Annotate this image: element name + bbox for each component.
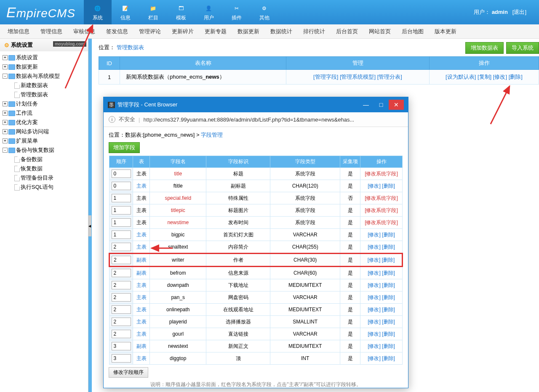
modify-link[interactable]: [修改]: [368, 307, 381, 313]
order-input[interactable]: [112, 330, 131, 338]
modify-link[interactable]: [修改]: [368, 257, 381, 263]
order-input[interactable]: [112, 206, 131, 215]
modify-link[interactable]: [修改]: [368, 294, 381, 300]
modify-sys-link[interactable]: [修改系统字段]: [365, 195, 398, 201]
order-input[interactable]: [112, 218, 131, 227]
delete-link[interactable]: [删除]: [382, 294, 395, 300]
delete-link[interactable]: [删除]: [382, 282, 395, 288]
sidebar-collapse-handle[interactable]: ◀: [88, 215, 91, 236]
sidebar-item[interactable]: +网站多访问端: [0, 127, 88, 136]
table-toggle-link[interactable]: 副表: [136, 270, 147, 276]
toggle-icon[interactable]: +: [3, 64, 8, 69]
sidebar-item[interactable]: 新建数据表: [0, 81, 88, 90]
nav-folder[interactable]: 📁栏目: [139, 0, 167, 24]
minimize-icon[interactable]: —: [358, 100, 374, 110]
op-link[interactable]: [设为默认表]: [446, 74, 476, 80]
sidebar-item[interactable]: 恢复数据: [0, 164, 88, 173]
modify-link[interactable]: [修改]: [368, 282, 381, 288]
sidebar-item[interactable]: 管理备份目录: [0, 173, 88, 183]
subnav-item[interactable]: 后台地图: [398, 28, 427, 35]
toggle-icon[interactable]: +: [3, 55, 8, 60]
table-toggle-link[interactable]: 主表: [136, 319, 147, 325]
table-toggle-link[interactable]: 副表: [136, 343, 147, 349]
order-input[interactable]: [112, 182, 131, 190]
subnav-item[interactable]: 网站首页: [366, 28, 394, 35]
sidebar-item[interactable]: +计划任务: [0, 99, 88, 109]
sidebar-item[interactable]: +优化方案: [0, 118, 88, 127]
modify-link[interactable]: [修改]: [368, 232, 381, 238]
add-field-button[interactable]: 增加字段: [109, 142, 140, 153]
table-toggle-link[interactable]: 主表: [136, 355, 147, 361]
modify-link[interactable]: [修改]: [368, 331, 381, 337]
sidebar-item[interactable]: -数据表与系统模型: [0, 72, 88, 81]
table-toggle-link[interactable]: 主表: [136, 244, 147, 250]
delete-link[interactable]: [删除]: [382, 183, 395, 189]
subnav-item[interactable]: 数据更新: [234, 28, 263, 35]
sidebar-item[interactable]: -备份与恢复数据: [0, 146, 88, 155]
manage-link[interactable]: [管理分表]: [377, 74, 402, 80]
modify-link[interactable]: [修改]: [368, 183, 381, 189]
nav-user[interactable]: 👤用户: [195, 0, 223, 24]
save-order-button[interactable]: 修改字段顺序: [109, 367, 148, 378]
modify-sys-link[interactable]: [修改系统字段]: [365, 207, 398, 213]
delete-link[interactable]: [删除]: [382, 232, 395, 238]
subnav-item[interactable]: 排行统计: [300, 28, 328, 35]
subnav-item[interactable]: 数据统计: [267, 28, 296, 35]
order-input[interactable]: [112, 269, 131, 277]
op-link[interactable]: [删除]: [509, 74, 523, 80]
table-toggle-link[interactable]: 主表: [136, 294, 147, 300]
sidebar-item[interactable]: +系统设置: [0, 53, 88, 62]
nav-gear[interactable]: ⚙其他: [251, 0, 278, 24]
sidebar-item[interactable]: +扩展菜单: [0, 136, 88, 146]
sidebar-item[interactable]: +工作流: [0, 109, 88, 118]
info-icon[interactable]: i: [109, 116, 115, 123]
subnav-item[interactable]: 审核信息: [70, 28, 99, 35]
order-input[interactable]: [112, 170, 131, 178]
modify-link[interactable]: [修改]: [368, 355, 381, 361]
subnav-item[interactable]: 版本更新: [431, 28, 460, 35]
op-link[interactable]: [修改]: [493, 74, 507, 80]
order-input[interactable]: [112, 342, 131, 350]
delete-link[interactable]: [删除]: [382, 331, 395, 337]
table-toggle-link[interactable]: 主表: [136, 307, 147, 313]
sidebar-item[interactable]: 执行SQL语句: [0, 183, 88, 192]
modal-titlebar[interactable]: 墨 管理字段 - Cent Browser — □ ✕: [104, 97, 408, 112]
order-input[interactable]: [112, 354, 131, 363]
delete-link[interactable]: [删除]: [382, 307, 395, 313]
order-input[interactable]: [112, 194, 131, 202]
subnav-item[interactable]: 后台首页: [333, 28, 361, 35]
op-link[interactable]: [复制]: [478, 74, 491, 80]
toggle-icon[interactable]: +: [3, 120, 8, 125]
modify-link[interactable]: [修改]: [368, 319, 381, 325]
modal-crumb-link[interactable]: 字段管理: [201, 132, 223, 138]
subnav-item[interactable]: 更新碎片: [168, 28, 197, 35]
toggle-icon[interactable]: -: [3, 148, 8, 153]
toggle-icon[interactable]: +: [3, 101, 8, 106]
modify-sys-link[interactable]: [修改系统字段]: [365, 220, 398, 225]
delete-link[interactable]: [删除]: [382, 319, 395, 325]
logout-link[interactable]: [退出]: [512, 9, 526, 15]
subnav-item[interactable]: 签发信息: [103, 28, 131, 35]
sidebar-item[interactable]: 备份数据: [0, 155, 88, 164]
import-system-button[interactable]: 导入系统: [506, 42, 539, 54]
add-table-button[interactable]: 增加数据表: [465, 42, 504, 54]
close-icon[interactable]: ✕: [389, 100, 404, 110]
manage-link[interactable]: [管理系统模型]: [340, 74, 376, 80]
nav-tools[interactable]: ✂插件: [223, 0, 251, 24]
table-toggle-link[interactable]: 主表: [136, 232, 147, 238]
delete-link[interactable]: [删除]: [382, 355, 395, 361]
subnav-item[interactable]: 更新专题: [201, 28, 230, 35]
modify-link[interactable]: [修改]: [368, 343, 381, 349]
toggle-icon[interactable]: +: [3, 138, 8, 143]
delete-link[interactable]: [删除]: [382, 270, 395, 276]
nav-pencil[interactable]: 📝信息: [112, 0, 139, 24]
crumb-link[interactable]: 管理数据表: [117, 44, 144, 50]
delete-link[interactable]: [删除]: [382, 244, 395, 250]
order-input[interactable]: [112, 293, 131, 302]
nav-globe[interactable]: 🌐系统: [84, 0, 112, 24]
order-input[interactable]: [112, 230, 131, 239]
subnav-item[interactable]: 管理信息: [37, 28, 66, 35]
order-input[interactable]: [112, 256, 131, 264]
subnav-item[interactable]: 增加信息: [4, 28, 33, 35]
toggle-icon[interactable]: +: [3, 111, 8, 116]
